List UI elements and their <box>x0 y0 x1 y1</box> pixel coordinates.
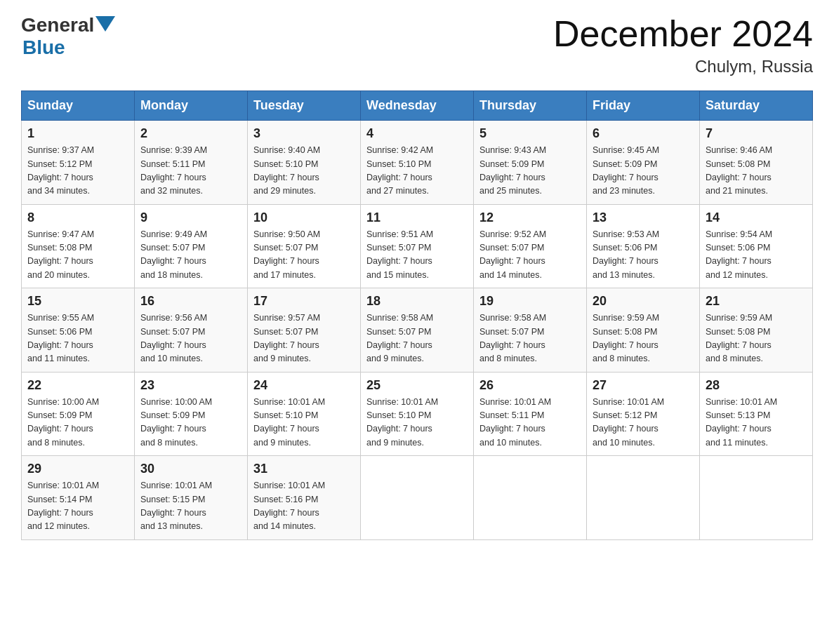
calendar-cell: 27Sunrise: 10:01 AMSunset: 5:12 PMDaylig… <box>587 372 700 456</box>
calendar-cell: 18Sunrise: 9:58 AMSunset: 5:07 PMDayligh… <box>361 288 474 373</box>
day-number: 4 <box>366 126 468 141</box>
day-number: 20 <box>593 294 694 309</box>
day-info: Sunrise: 9:50 AMSunset: 5:07 PMDaylight:… <box>253 228 355 283</box>
calendar-cell: 26Sunrise: 10:01 AMSunset: 5:11 PMDaylig… <box>474 372 587 456</box>
calendar-cell: 13Sunrise: 9:53 AMSunset: 5:06 PMDayligh… <box>587 204 700 288</box>
subtitle: Chulym, Russia <box>553 57 813 76</box>
calendar-cell: 11Sunrise: 9:51 AMSunset: 5:07 PMDayligh… <box>361 204 474 288</box>
calendar-cell: 8Sunrise: 9:47 AMSunset: 5:08 PMDaylight… <box>22 204 135 288</box>
day-info: Sunrise: 10:01 AMSunset: 5:16 PMDaylight… <box>253 479 355 534</box>
calendar-cell: 19Sunrise: 9:58 AMSunset: 5:07 PMDayligh… <box>474 288 587 373</box>
calendar-cell: 22Sunrise: 10:00 AMSunset: 5:09 PMDaylig… <box>22 372 135 456</box>
calendar-cell: 25Sunrise: 10:01 AMSunset: 5:10 PMDaylig… <box>361 372 474 456</box>
calendar-week-row: 22Sunrise: 10:00 AMSunset: 5:09 PMDaylig… <box>22 372 813 456</box>
col-thursday: Thursday <box>474 91 587 121</box>
logo-blue-text: Blue <box>22 36 65 58</box>
day-info: Sunrise: 9:59 AMSunset: 5:08 PMDaylight:… <box>593 311 694 366</box>
day-info: Sunrise: 10:00 AMSunset: 5:09 PMDaylight… <box>140 396 241 450</box>
col-saturday: Saturday <box>700 91 813 121</box>
day-number: 19 <box>479 294 581 309</box>
page-header: General Blue December 2024 Chulym, Russi… <box>21 14 813 76</box>
calendar-cell: 6Sunrise: 9:45 AMSunset: 5:09 PMDaylight… <box>587 121 700 205</box>
col-tuesday: Tuesday <box>248 91 361 121</box>
day-info: Sunrise: 10:01 AMSunset: 5:10 PMDaylight… <box>366 396 468 450</box>
calendar-cell <box>361 456 474 540</box>
col-friday: Friday <box>587 91 700 121</box>
day-info: Sunrise: 9:40 AMSunset: 5:10 PMDaylight:… <box>253 144 355 199</box>
calendar-header-row: Sunday Monday Tuesday Wednesday Thursday… <box>22 91 813 121</box>
day-number: 16 <box>140 294 241 309</box>
calendar-week-row: 15Sunrise: 9:55 AMSunset: 5:06 PMDayligh… <box>22 288 813 373</box>
calendar-cell: 4Sunrise: 9:42 AMSunset: 5:10 PMDaylight… <box>361 121 474 205</box>
calendar-table: Sunday Monday Tuesday Wednesday Thursday… <box>21 90 813 540</box>
day-info: Sunrise: 10:01 AMSunset: 5:15 PMDaylight… <box>140 479 241 534</box>
calendar-cell: 12Sunrise: 9:52 AMSunset: 5:07 PMDayligh… <box>474 204 587 288</box>
day-number: 9 <box>140 210 241 225</box>
calendar-cell: 29Sunrise: 10:01 AMSunset: 5:14 PMDaylig… <box>22 456 135 540</box>
day-info: Sunrise: 10:01 AMSunset: 5:11 PMDaylight… <box>479 396 581 450</box>
day-info: Sunrise: 10:00 AMSunset: 5:09 PMDaylight… <box>27 396 128 450</box>
calendar-cell: 3Sunrise: 9:40 AMSunset: 5:10 PMDaylight… <box>248 121 361 205</box>
calendar-cell: 9Sunrise: 9:49 AMSunset: 5:07 PMDaylight… <box>135 204 248 288</box>
calendar-cell: 5Sunrise: 9:43 AMSunset: 5:09 PMDaylight… <box>474 121 587 205</box>
col-sunday: Sunday <box>22 91 135 121</box>
day-number: 18 <box>366 294 468 309</box>
logo-triangle-icon <box>95 16 115 32</box>
day-info: Sunrise: 9:58 AMSunset: 5:07 PMDaylight:… <box>479 311 581 366</box>
day-info: Sunrise: 9:51 AMSunset: 5:07 PMDaylight:… <box>366 228 468 283</box>
calendar-cell: 31Sunrise: 10:01 AMSunset: 5:16 PMDaylig… <box>248 456 361 540</box>
calendar-cell: 21Sunrise: 9:59 AMSunset: 5:08 PMDayligh… <box>700 288 813 373</box>
day-number: 2 <box>140 126 241 141</box>
calendar-cell <box>587 456 700 540</box>
calendar-cell: 23Sunrise: 10:00 AMSunset: 5:09 PMDaylig… <box>135 372 248 456</box>
day-info: Sunrise: 9:37 AMSunset: 5:12 PMDaylight:… <box>27 144 128 199</box>
calendar-cell: 24Sunrise: 10:01 AMSunset: 5:10 PMDaylig… <box>248 372 361 456</box>
day-info: Sunrise: 10:01 AMSunset: 5:13 PMDaylight… <box>706 396 807 450</box>
day-number: 5 <box>479 126 581 141</box>
day-number: 3 <box>253 126 355 141</box>
day-info: Sunrise: 9:54 AMSunset: 5:06 PMDaylight:… <box>706 228 807 283</box>
day-number: 25 <box>366 378 468 393</box>
day-info: Sunrise: 10:01 AMSunset: 5:10 PMDaylight… <box>253 396 355 450</box>
calendar-week-row: 29Sunrise: 10:01 AMSunset: 5:14 PMDaylig… <box>22 456 813 540</box>
logo: General Blue <box>21 14 115 59</box>
day-info: Sunrise: 9:52 AMSunset: 5:07 PMDaylight:… <box>479 228 581 283</box>
day-number: 26 <box>479 378 581 393</box>
day-number: 14 <box>706 210 807 225</box>
col-monday: Monday <box>135 91 248 121</box>
day-info: Sunrise: 9:56 AMSunset: 5:07 PMDaylight:… <box>140 311 241 366</box>
day-number: 23 <box>140 378 241 393</box>
day-number: 10 <box>253 210 355 225</box>
calendar-cell: 30Sunrise: 10:01 AMSunset: 5:15 PMDaylig… <box>135 456 248 540</box>
calendar-week-row: 1Sunrise: 9:37 AMSunset: 5:12 PMDaylight… <box>22 121 813 205</box>
day-number: 7 <box>706 126 807 141</box>
calendar-cell: 14Sunrise: 9:54 AMSunset: 5:06 PMDayligh… <box>700 204 813 288</box>
day-number: 12 <box>479 210 581 225</box>
day-info: Sunrise: 9:43 AMSunset: 5:09 PMDaylight:… <box>479 144 581 199</box>
day-number: 13 <box>593 210 694 225</box>
calendar-cell: 7Sunrise: 9:46 AMSunset: 5:08 PMDaylight… <box>700 121 813 205</box>
day-info: Sunrise: 9:46 AMSunset: 5:08 PMDaylight:… <box>706 144 807 199</box>
day-info: Sunrise: 9:53 AMSunset: 5:06 PMDaylight:… <box>593 228 694 283</box>
calendar-cell <box>474 456 587 540</box>
day-info: Sunrise: 9:59 AMSunset: 5:08 PMDaylight:… <box>706 311 807 366</box>
main-title: December 2024 <box>553 14 813 54</box>
day-number: 28 <box>706 378 807 393</box>
day-number: 31 <box>253 462 355 476</box>
day-info: Sunrise: 9:47 AMSunset: 5:08 PMDaylight:… <box>27 228 128 283</box>
day-info: Sunrise: 9:57 AMSunset: 5:07 PMDaylight:… <box>253 311 355 366</box>
calendar-cell: 17Sunrise: 9:57 AMSunset: 5:07 PMDayligh… <box>248 288 361 373</box>
day-number: 24 <box>253 378 355 393</box>
day-info: Sunrise: 9:39 AMSunset: 5:11 PMDaylight:… <box>140 144 241 199</box>
calendar-cell: 2Sunrise: 9:39 AMSunset: 5:11 PMDaylight… <box>135 121 248 205</box>
day-number: 27 <box>593 378 694 393</box>
day-info: Sunrise: 9:42 AMSunset: 5:10 PMDaylight:… <box>366 144 468 199</box>
day-number: 21 <box>706 294 807 309</box>
day-number: 30 <box>140 462 241 476</box>
calendar-cell: 1Sunrise: 9:37 AMSunset: 5:12 PMDaylight… <box>22 121 135 205</box>
calendar-week-row: 8Sunrise: 9:47 AMSunset: 5:08 PMDaylight… <box>22 204 813 288</box>
calendar-cell: 16Sunrise: 9:56 AMSunset: 5:07 PMDayligh… <box>135 288 248 373</box>
calendar-cell: 20Sunrise: 9:59 AMSunset: 5:08 PMDayligh… <box>587 288 700 373</box>
day-number: 6 <box>593 126 694 141</box>
calendar-cell: 15Sunrise: 9:55 AMSunset: 5:06 PMDayligh… <box>22 288 135 373</box>
